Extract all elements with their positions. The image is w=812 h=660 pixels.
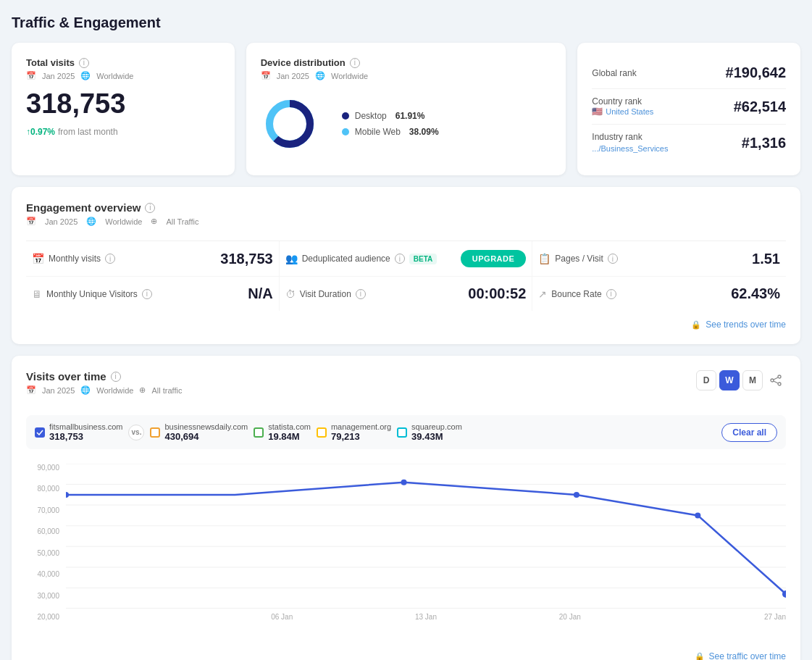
monthly-visits-info[interactable]: i <box>105 254 115 264</box>
device-region: Worldwide <box>331 72 368 80</box>
check-icon <box>36 430 43 435</box>
industry-rank-label-group: Industry rank .../Business_Services <box>592 132 668 154</box>
comp-site-1: fitsmallbusiness.com 318,753 <box>35 422 122 442</box>
industry-rank-link[interactable]: .../Business_Services <box>592 144 668 153</box>
dot-mid <box>574 492 579 498</box>
engagement-info-icon[interactable]: i <box>145 203 155 213</box>
mobile-label: Mobile Web <box>355 127 401 137</box>
pages-visit-cell: 📋 Pages / Visit i 1.51 <box>532 241 786 277</box>
unique-info[interactable]: i <box>142 289 152 299</box>
comp-site-2: businessnewsdaily.com 430,694 <box>150 422 248 442</box>
country-rank-country[interactable]: United States <box>606 107 653 116</box>
dedup-cell: 👥 Deduplicated audience i BETA UPGRADE <box>280 241 533 277</box>
visits-cal-icon: 📅 <box>26 385 36 395</box>
comp-site-1-info: fitsmallbusiness.com 318,753 <box>49 422 122 442</box>
visits-title-header: Visits over time i <box>26 370 182 383</box>
desktop-pct: 61.91% <box>395 111 425 121</box>
comp-checkbox-3[interactable] <box>254 427 264 438</box>
see-traffic-link[interactable]: 🔒 See traffic over time <box>26 643 786 660</box>
bounce-info[interactable]: i <box>606 289 616 299</box>
total-visits-meta: 📅 Jan 2025 🌐 Worldwide <box>26 71 220 80</box>
mobile-pct: 38.09% <box>409 127 439 137</box>
visits-date: Jan 2025 <box>42 386 75 395</box>
device-content: Desktop 61.91% Mobile Web 38.09% <box>261 89 552 153</box>
monthly-visits-value: 318,753 <box>220 251 272 267</box>
comp-site-2-info: businessnewsdaily.com 430,694 <box>164 422 248 442</box>
engagement-traffic: All Traffic <box>166 217 198 226</box>
device-date: Jan 2025 <box>277 72 309 80</box>
eng-calendar-icon: 📅 <box>26 217 36 226</box>
visit-duration-label-group: ⏱ Visit Duration i <box>285 288 366 300</box>
mobile-legend-item: Mobile Web 38.09% <box>342 127 439 137</box>
global-rank-row: Global rank #190,642 <box>592 57 786 89</box>
engagement-region: Worldwide <box>105 217 142 226</box>
device-calendar-icon: 📅 <box>261 71 271 80</box>
see-traffic-label: See traffic over time <box>709 651 787 660</box>
globe-icon: 🌐 <box>80 71 91 80</box>
dedup-icon: 👥 <box>285 253 298 264</box>
y-label-20000: 20,000 <box>26 613 64 621</box>
global-rank-label: Global rank <box>592 68 636 78</box>
comp-site-3-name: statista.com <box>268 422 311 431</box>
change-pct: ↑0.97% <box>26 127 55 137</box>
visits-info-icon[interactable]: i <box>111 372 121 382</box>
industry-rank-label: Industry rank <box>592 132 668 142</box>
dot-peak <box>401 480 407 485</box>
device-globe-icon: 🌐 <box>315 71 325 80</box>
device-info-icon[interactable]: i <box>350 58 360 68</box>
clear-all-button[interactable]: Clear all <box>721 423 777 442</box>
dedup-label-group: 👥 Deduplicated audience i BETA <box>285 253 438 264</box>
bounce-rate-label: Bounce Rate <box>551 289 601 299</box>
comp-site-5: squareup.com 39.43M <box>397 422 462 442</box>
time-btn-d[interactable]: D <box>696 370 716 390</box>
share-icon <box>770 375 782 386</box>
eng-globe-icon: 🌐 <box>86 217 96 226</box>
pages-visit-value: 1.51 <box>752 251 780 267</box>
comp-site-5-name: squareup.com <box>411 422 462 431</box>
dedup-label: Deduplicated audience <box>302 254 390 264</box>
donut-chart <box>261 95 319 153</box>
time-btn-w[interactable]: W <box>719 370 740 390</box>
comp-site-3: statista.com 19.84M <box>254 422 311 442</box>
engagement-date: Jan 2025 <box>45 217 78 226</box>
see-trends-link[interactable]: 🔒 See trends over time <box>26 311 786 330</box>
comp-checkbox-1[interactable] <box>35 427 45 438</box>
bounce-rate-cell: ↗ Bounce Rate i 62.43% <box>532 277 786 311</box>
mobile-dot <box>342 128 349 135</box>
unique-icon: 🖥 <box>32 288 42 300</box>
beta-badge: BETA <box>409 254 437 264</box>
comp-site-5-info: squareup.com 39.43M <box>411 422 462 442</box>
total-visits-card: Total visits i 📅 Jan 2025 🌐 Worldwide 31… <box>12 43 235 175</box>
time-controls: D W M <box>696 370 786 390</box>
device-distribution-card: Device distribution i 📅 Jan 2025 🌐 World… <box>246 43 566 175</box>
top-cards-row: Total visits i 📅 Jan 2025 🌐 Worldwide 31… <box>12 43 800 175</box>
comp-checkbox-2[interactable] <box>150 427 160 438</box>
comp-site-2-name: businessnewsdaily.com <box>164 422 248 431</box>
comp-checkbox-5[interactable] <box>397 427 407 438</box>
total-visits-info-icon[interactable]: i <box>79 58 89 68</box>
industry-rank-row: Industry rank .../Business_Services #1,3… <box>592 125 786 161</box>
duration-info[interactable]: i <box>356 289 366 299</box>
x-label-4: 20 Jan <box>498 613 642 621</box>
comp-checkbox-4[interactable] <box>317 427 327 438</box>
dot-decline <box>695 512 700 518</box>
country-rank-label-group: Country rank 🇺🇸 United States <box>592 96 653 117</box>
calendar-icon: 📅 <box>26 71 36 80</box>
total-visits-title: Total visits <box>26 57 75 68</box>
share-button[interactable] <box>766 370 786 390</box>
main-line <box>66 483 786 594</box>
visits-globe-icon: 🌐 <box>80 385 91 395</box>
y-label-30000: 30,000 <box>26 592 64 600</box>
total-visits-value: 318,753 <box>26 89 220 120</box>
dedup-info[interactable]: i <box>395 254 405 264</box>
device-title: Device distribution <box>261 57 346 68</box>
upgrade-button[interactable]: UPGRADE <box>461 250 527 267</box>
chart-wrapper: 20,000 30,000 40,000 50,000 60,000 70,00… <box>26 464 786 643</box>
time-btn-m[interactable]: M <box>742 370 763 390</box>
bounce-icon: ↗ <box>538 288 547 300</box>
pages-visit-label-group: 📋 Pages / Visit i <box>538 253 617 264</box>
unique-visitors-label-group: 🖥 Monthly Unique Visitors i <box>32 288 152 300</box>
pages-visit-info[interactable]: i <box>608 254 618 264</box>
x-label-3: 13 Jan <box>354 613 498 621</box>
y-label-40000: 40,000 <box>26 570 64 578</box>
